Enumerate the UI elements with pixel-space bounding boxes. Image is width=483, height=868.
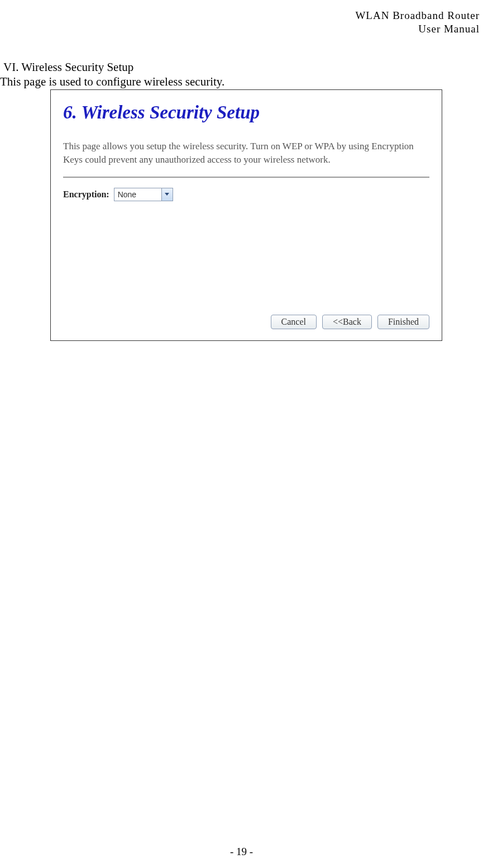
finished-button[interactable]: Finished (377, 315, 429, 329)
encryption-select[interactable]: None (114, 188, 173, 201)
chevron-down-icon (161, 188, 173, 201)
doc-header-line1: WLAN Broadband Router (355, 9, 480, 22)
section-heading: VI. Wireless Security Setup (3, 60, 133, 74)
panel-title: 6. Wireless Security Setup (63, 102, 429, 123)
wireless-security-panel: 6. Wireless Security Setup This page all… (50, 89, 442, 341)
page-number: - 19 - (0, 846, 483, 858)
section-description: This page is used to configure wireless … (0, 75, 224, 89)
encryption-select-value: None (114, 190, 161, 199)
panel-body-text: This page allows you setup the wireless … (63, 140, 429, 167)
doc-header-line2: User Manual (355, 22, 480, 36)
doc-header: WLAN Broadband Router User Manual (355, 9, 480, 36)
button-row: Cancel <<Back Finished (271, 315, 429, 329)
encryption-field-row: Encryption: None (63, 188, 429, 201)
cancel-button[interactable]: Cancel (271, 315, 317, 329)
divider (63, 177, 429, 178)
back-button[interactable]: <<Back (322, 315, 372, 329)
encryption-label: Encryption: (63, 189, 109, 200)
